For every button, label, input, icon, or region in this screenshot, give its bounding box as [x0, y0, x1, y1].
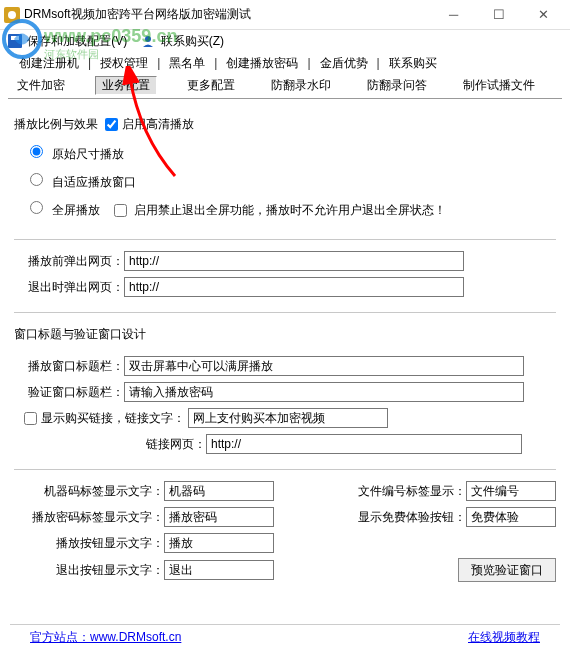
group-play-ratio: 播放比例与效果 启用高清播放 原始尺寸播放 自适应播放窗口 全屏播放 启用禁止退…	[14, 113, 556, 240]
tb-advantage[interactable]: 金盾优势	[311, 55, 377, 72]
verify-title-label: 验证窗口标题栏：	[14, 384, 124, 401]
hd-enable-label: 启用高清播放	[122, 116, 194, 133]
menubar: 保存和加载配置(V) 联系购买(Z)	[0, 30, 570, 52]
pre-popup-input[interactable]	[124, 251, 464, 271]
svg-point-7	[145, 36, 151, 42]
play-title-label: 播放窗口标题栏：	[14, 358, 124, 375]
radio-original-label: 原始尺寸播放	[52, 147, 124, 161]
pwd-label-lbl: 播放密码标签显示文字：	[14, 509, 164, 526]
app-icon	[4, 7, 20, 23]
mc-label-lbl: 机器码标签显示文字：	[14, 483, 164, 500]
tab-watermark[interactable]: 防翻录水印	[265, 77, 337, 94]
pwd-label-input[interactable]	[164, 507, 274, 527]
play-ratio-label: 播放比例与效果	[14, 116, 98, 133]
link-url-input[interactable]	[206, 434, 522, 454]
tab-trial[interactable]: 制作试播文件	[457, 77, 541, 94]
tb-create-reg[interactable]: 创建注册机	[10, 55, 88, 72]
no-exit-fs-checkbox[interactable]	[114, 204, 127, 217]
free-try-lbl: 显示免费体验按钮：	[346, 509, 466, 526]
official-site-link[interactable]: 官方站点：www.DRMsoft.cn	[30, 630, 181, 644]
menu-contact[interactable]: 联系购买(Z)	[141, 33, 224, 50]
play-title-input[interactable]	[124, 356, 524, 376]
free-try-input[interactable]	[466, 507, 556, 527]
preview-verify-button[interactable]: 预览验证窗口	[458, 558, 556, 582]
exit-btn-input[interactable]	[164, 560, 274, 580]
hd-enable-checkbox[interactable]	[105, 118, 118, 131]
group-labels-config: 机器码标签显示文字： 文件编号标签显示： 播放密码标签显示文字： 显示免费体验按…	[14, 480, 556, 582]
group-popup-urls: 播放前弹出网页： 退出时弹出网页：	[14, 250, 556, 313]
footer: 官方站点：www.DRMsoft.cn 在线视频教程	[10, 624, 560, 650]
radio-original[interactable]	[30, 145, 43, 158]
titlebar: DRMsoft视频加密跨平台网络版加密端测试 ─ ☐ ✕	[0, 0, 570, 30]
svg-rect-6	[11, 36, 19, 40]
close-button[interactable]: ✕	[521, 1, 566, 29]
pre-popup-label: 播放前弹出网页：	[14, 253, 124, 270]
show-link-label: 显示购买链接，链接文字：	[41, 410, 185, 427]
tb-auth-manage[interactable]: 授权管理	[91, 55, 157, 72]
play-btn-input[interactable]	[164, 533, 274, 553]
svg-point-4	[8, 11, 16, 19]
maximize-button[interactable]: ☐	[476, 1, 521, 29]
radio-fullscreen[interactable]	[30, 201, 43, 214]
toolbar-actions: 创建注册机| 授权管理| 黑名单| 创建播放密码| 金盾优势| 联系购买	[0, 52, 570, 74]
toolbar-tabs: 文件加密 业务配置 更多配置 防翻录水印 防翻录问答 制作试播文件	[0, 74, 570, 96]
minimize-button[interactable]: ─	[431, 1, 476, 29]
window-title: DRMsoft视频加密跨平台网络版加密端测试	[24, 6, 431, 23]
user-icon	[141, 34, 155, 48]
menu-save-config[interactable]: 保存和加载配置(V)	[8, 33, 127, 50]
tab-file-encrypt[interactable]: 文件加密	[11, 77, 71, 94]
no-exit-fs-label: 启用禁止退出全屏功能，播放时不允许用户退出全屏状态！	[134, 203, 446, 217]
group-window-design: 窗口标题与验证窗口设计 播放窗口标题栏： 验证窗口标题栏： 显示购买链接，链接文…	[14, 323, 556, 470]
file-no-lbl: 文件编号标签显示：	[346, 483, 466, 500]
mc-label-input[interactable]	[164, 481, 274, 501]
exit-btn-lbl: 退出按钮显示文字：	[14, 562, 164, 579]
show-link-checkbox[interactable]	[24, 412, 37, 425]
tab-biz-config[interactable]: 业务配置	[95, 76, 157, 95]
exit-popup-label: 退出时弹出网页：	[14, 279, 124, 296]
tb-blacklist[interactable]: 黑名单	[160, 55, 214, 72]
link-url-label: 链接网页：	[14, 436, 206, 453]
tb-create-pwd[interactable]: 创建播放密码	[217, 55, 307, 72]
radio-adaptive-label: 自适应播放窗口	[52, 175, 136, 189]
link-text-input[interactable]	[188, 408, 388, 428]
tb-contact[interactable]: 联系购买	[380, 55, 446, 72]
play-btn-lbl: 播放按钮显示文字：	[14, 535, 164, 552]
tab-qa[interactable]: 防翻录问答	[361, 77, 433, 94]
radio-adaptive[interactable]	[30, 173, 43, 186]
exit-popup-input[interactable]	[124, 277, 464, 297]
save-icon	[8, 34, 22, 48]
tutorial-link[interactable]: 在线视频教程	[468, 629, 540, 646]
window-design-heading: 窗口标题与验证窗口设计	[14, 326, 146, 343]
radio-fullscreen-label: 全屏播放	[52, 203, 100, 217]
tab-more-config[interactable]: 更多配置	[181, 77, 241, 94]
file-no-input[interactable]	[466, 481, 556, 501]
verify-title-input[interactable]	[124, 382, 524, 402]
